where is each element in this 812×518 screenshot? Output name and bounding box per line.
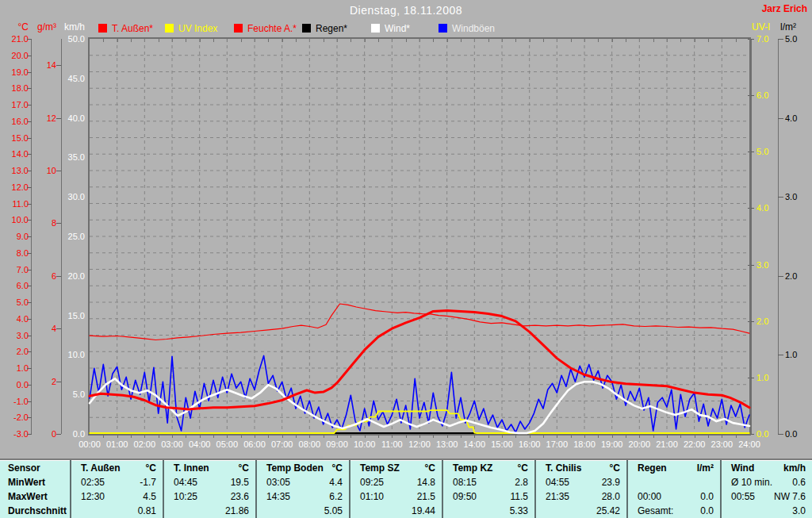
table-col-header: T. Außen°C <box>70 460 163 475</box>
tick-label-kmh: 50.0 <box>0 34 85 44</box>
table-cell-value: 4.4 <box>329 477 349 488</box>
table-cell-value: 25.42 <box>596 505 626 516</box>
tick-label-kmh: 40.0 <box>0 113 85 123</box>
axis-tick-lm2 <box>778 118 783 119</box>
axis-header-degC: °C <box>6 21 29 33</box>
table-cell: 21:3528.0 <box>534 489 626 504</box>
table-cell-time: 14:35 <box>257 491 290 502</box>
table-cell: 12:304.5 <box>70 489 163 504</box>
axis-line-lm2 <box>778 39 779 434</box>
axis-tick-degC <box>27 253 32 254</box>
tick-label-uv: 3.0 <box>756 260 768 270</box>
table-cell: 21.86 <box>163 504 255 518</box>
table-cell-time: 02:35 <box>71 477 105 488</box>
axis-tick-gm3 <box>56 382 61 382</box>
tick-label-gm3: 2 <box>0 377 56 386</box>
x-axis-label: 06:00 <box>240 439 269 449</box>
x-axis-label: 09:00 <box>323 439 351 449</box>
legend-swatch-icon <box>165 24 174 33</box>
x-axis-label: 19:00 <box>598 439 626 449</box>
x-axis-label: 17:00 <box>542 439 571 449</box>
tick-label-degC: 17.0 <box>0 100 29 109</box>
tick-label-lm2: 2.0 <box>785 271 797 281</box>
axis-tick-degC <box>27 302 32 303</box>
tick-label-lm2: 3.0 <box>785 192 797 201</box>
table-cell: 08:152.8 <box>442 475 534 489</box>
tick-label-kmh: 15.0 <box>0 311 85 320</box>
table-col-name: T. Chilis <box>536 462 581 474</box>
tick-label-kmh: 0.0 <box>0 429 85 439</box>
legend-item-5: Wind* <box>371 23 410 33</box>
table-row-label: Durchschnitt <box>0 504 70 518</box>
table-cell-value: 2.8 <box>515 477 534 488</box>
axis-tick-lm2 <box>778 39 783 40</box>
table-cell: 5.33 <box>442 504 534 518</box>
axis-header-gm3: g/m³ <box>32 21 56 33</box>
table-col-header: Regenl/m² <box>626 460 720 475</box>
table-cell: Ø 10 min.0.6 <box>720 475 812 489</box>
table-cell-value: 0.0 <box>700 505 720 516</box>
axis-header-uv: UV-I <box>752 21 770 33</box>
axis-header-lm2: l/m² <box>780 21 796 33</box>
x-axis-label: 00:00 <box>75 439 104 449</box>
table-col-unit: °C <box>425 462 442 474</box>
table-col-unit: l/m² <box>697 462 720 474</box>
x-axis-label: 15:00 <box>488 439 516 449</box>
tick-label-gm3: 10 <box>0 166 56 175</box>
x-axis-label: 22:00 <box>680 439 709 449</box>
table-cell: 04:4519.5 <box>163 475 255 489</box>
table-cell: 14:356.2 <box>255 489 349 504</box>
table-col-header: Temp Boden°C <box>255 460 349 475</box>
legend-item-label: UV Index <box>178 23 217 34</box>
table-corner-header: Sensor <box>0 460 70 475</box>
legend-swatch-icon <box>371 24 380 33</box>
table-cell-time: 00:00 <box>628 491 661 502</box>
table-cell-value: 5.05 <box>324 505 349 516</box>
table-col-unit: °C <box>610 462 626 474</box>
tick-label-degC: 8.0 <box>0 248 29 258</box>
table-cell-value: 0.6 <box>792 477 812 488</box>
legend-item-3: Feuchte A.* <box>234 23 297 33</box>
tick-label-uv: 2.0 <box>756 317 768 326</box>
axis-tick-degC <box>27 368 32 369</box>
table-cell-time: 12:30 <box>71 491 105 502</box>
tick-label-degC: 5.0 <box>0 297 29 307</box>
axis-tick-degC <box>27 417 32 418</box>
x-axis-label: 10:00 <box>350 439 379 449</box>
tick-label-uv: 0.0 <box>756 429 768 439</box>
axis-tick-degC <box>27 105 32 106</box>
table-col-name: T. Außen <box>71 462 121 474</box>
legend-swatch-icon <box>439 24 447 33</box>
weather-app-window: Dienstag, 18.11.2008 Jarz Erich T. Außen… <box>0 0 812 518</box>
tick-label-degC: 15.0 <box>0 133 29 143</box>
table-cell-value: 19.44 <box>412 505 442 516</box>
axis-tick-lm2 <box>778 434 783 435</box>
series-feuchte-a--line <box>90 304 749 340</box>
tick-label-lm2: 5.0 <box>785 34 797 44</box>
page-title: Dienstag, 18.11.2008 <box>0 4 812 17</box>
x-axis-label: 02:00 <box>130 439 159 449</box>
table-col-header: T. Innen°C <box>163 460 255 475</box>
table-cell: 09:5011.5 <box>442 489 534 504</box>
axis-tick-degC <box>27 72 32 73</box>
tick-label-uv: 6.0 <box>756 90 768 100</box>
table-col-unit: °C <box>518 462 534 474</box>
table-cell-value: 0.81 <box>138 505 163 516</box>
table-cell-value: 11.5 <box>511 491 534 502</box>
axis-tick-lm2 <box>778 355 783 355</box>
legend-item-1: T. Außen* <box>98 23 153 33</box>
axis-tick-gm3 <box>56 65 61 66</box>
tick-label-degC: 12.0 <box>0 182 29 192</box>
table-cell-time: 04:45 <box>164 477 197 488</box>
table-cell: 0.81 <box>70 504 163 518</box>
tick-label-kmh: 30.0 <box>0 192 85 201</box>
table-col-header: Temp SZ°C <box>349 460 442 475</box>
table-cell-value: 23.9 <box>602 477 626 488</box>
tick-label-kmh: 20.0 <box>0 271 85 281</box>
table-cell-time: 10:25 <box>164 491 197 502</box>
sensor-stats-table: SensorMinWertMaxWertDurchschnittT. Außen… <box>0 459 812 518</box>
tick-label-degC: 20.0 <box>0 51 29 60</box>
table-col-name: Regen <box>628 462 667 474</box>
table-col-name: T. Innen <box>164 462 209 474</box>
legend-item-label: Feuchte A.* <box>247 23 297 34</box>
